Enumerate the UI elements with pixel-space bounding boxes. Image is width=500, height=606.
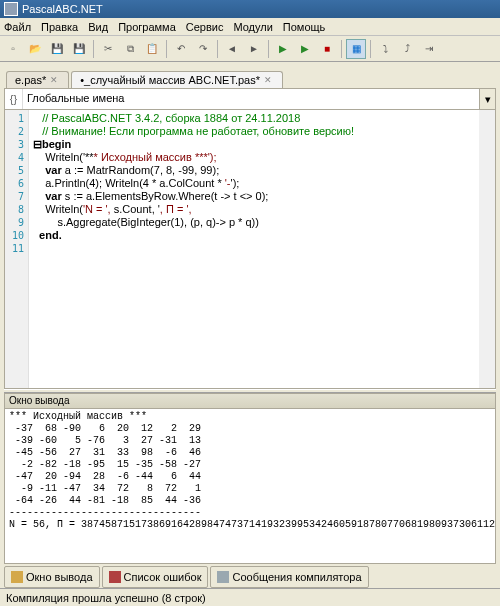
menu-Файл[interactable]: Файл: [4, 21, 31, 33]
tab-icon: [217, 571, 229, 583]
save-icon[interactable]: 💾: [47, 39, 67, 59]
menu-Модули[interactable]: Модули: [233, 21, 272, 33]
app-icon: [4, 2, 18, 16]
bottom-tab[interactable]: Список ошибок: [102, 566, 209, 588]
scope-icon: {}: [5, 89, 23, 109]
bottom-tab-label: Окно вывода: [26, 571, 93, 583]
close-icon[interactable]: ✕: [264, 75, 272, 85]
open-icon[interactable]: 📂: [25, 39, 45, 59]
status-bar: Компиляция прошла успешно (8 строк): [0, 588, 500, 606]
tab-icon: [11, 571, 23, 583]
copy-icon[interactable]: ⧉: [120, 39, 140, 59]
editor-tabs: e.pas*✕•_случайный массив ABC.NET.pas*✕: [0, 66, 500, 88]
new-file-icon[interactable]: ▫: [3, 39, 23, 59]
cut-icon[interactable]: ✂: [98, 39, 118, 59]
code-editor[interactable]: 1234567891011 // PascalABC.NET 3.4.2, сб…: [4, 110, 496, 389]
menu-Сервис[interactable]: Сервис: [186, 21, 224, 33]
tab-icon: [109, 571, 121, 583]
bottom-tab-label: Список ошибок: [124, 571, 202, 583]
nav-back-icon[interactable]: ◄: [222, 39, 242, 59]
menu-Помощь[interactable]: Помощь: [283, 21, 326, 33]
step-into-icon[interactable]: ⤵: [375, 39, 395, 59]
redo-icon[interactable]: ↷: [193, 39, 213, 59]
menu-Вид[interactable]: Вид: [88, 21, 108, 33]
save-all-icon[interactable]: 💾: [69, 39, 89, 59]
scope-combobox[interactable]: {} Глобальные имена ▾: [4, 88, 496, 110]
step-over-icon[interactable]: ⤴: [397, 39, 417, 59]
menu-Правка[interactable]: Правка: [41, 21, 78, 33]
toolbar: ▫ 📂 💾 💾 ✂ ⧉ 📋 ↶ ↷ ◄ ► ▶ ▶ ■ ▦ ⤵ ⤴ ⇥: [0, 36, 500, 62]
output-panel[interactable]: *** Исходный массив *** -37 68 -90 6 20 …: [4, 409, 496, 564]
output-panel-title: Окно вывода: [4, 393, 496, 409]
editor-tab[interactable]: •_случайный массив ABC.NET.pas*✕: [71, 71, 283, 88]
scrollbar-vertical[interactable]: [479, 110, 495, 388]
undo-icon[interactable]: ↶: [171, 39, 191, 59]
stop-icon[interactable]: ■: [317, 39, 337, 59]
nav-fwd-icon[interactable]: ►: [244, 39, 264, 59]
line-gutter: 1234567891011: [5, 110, 29, 388]
tab-label: e.pas*: [15, 74, 46, 86]
close-icon[interactable]: ✕: [50, 75, 58, 85]
editor-tab[interactable]: e.pas*✕: [6, 71, 69, 88]
paste-icon[interactable]: 📋: [142, 39, 162, 59]
bottom-tab[interactable]: Окно вывода: [4, 566, 100, 588]
bottom-tab[interactable]: Сообщения компилятора: [210, 566, 368, 588]
scope-label: Глобальные имена: [23, 89, 479, 109]
window-title: PascalABC.NET: [22, 3, 103, 15]
status-text: Компиляция прошла успешно (8 строк): [6, 592, 206, 604]
bottom-tab-label: Сообщения компилятора: [232, 571, 361, 583]
menu-bar: ФайлПравкаВидПрограммаСервисМодулиПомощь: [0, 18, 500, 36]
menu-Программа[interactable]: Программа: [118, 21, 176, 33]
tab-label: •_случайный массив ABC.NET.pas*: [80, 74, 260, 86]
bottom-tabs: Окно выводаСписок ошибокСообщения компил…: [4, 566, 496, 588]
run2-icon[interactable]: ▶: [295, 39, 315, 59]
code-area[interactable]: // PascalABC.NET 3.4.2, сборка 1884 от 2…: [29, 110, 479, 388]
step-out-icon[interactable]: ⇥: [419, 39, 439, 59]
form-designer-icon[interactable]: ▦: [346, 39, 366, 59]
title-bar: PascalABC.NET: [0, 0, 500, 18]
run-icon[interactable]: ▶: [273, 39, 293, 59]
chevron-down-icon[interactable]: ▾: [479, 89, 495, 109]
